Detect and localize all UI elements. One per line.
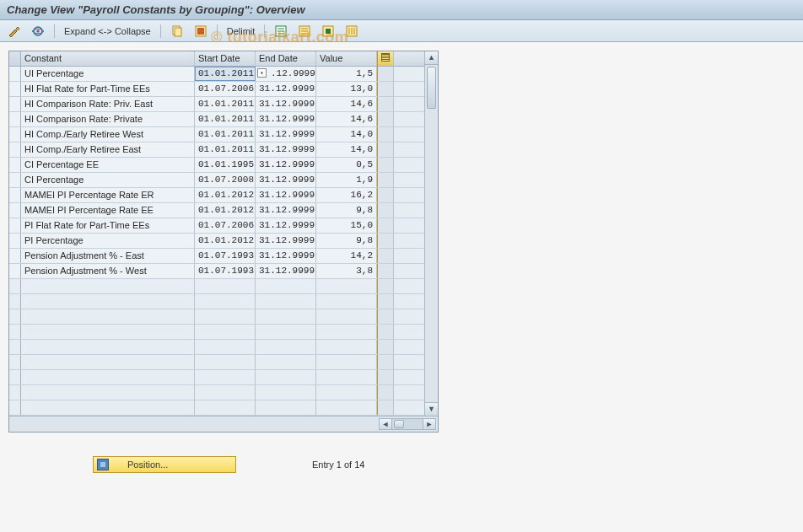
row-selector[interactable] <box>9 264 21 278</box>
hscroll-thumb[interactable] <box>394 420 404 428</box>
horizontal-scrollbar[interactable]: ◄ ► <box>379 418 436 430</box>
row-selector[interactable] <box>9 340 21 354</box>
cell-start-date[interactable]: 01.07.1993 <box>195 264 256 278</box>
cell-end-date[interactable]: 31.12.9999 <box>256 173 316 187</box>
cell-start-date[interactable]: 01.01.2012 <box>195 203 256 218</box>
cell-value[interactable] <box>316 294 377 309</box>
row-selector[interactable] <box>9 249 21 263</box>
cell-value[interactable]: 1,9 <box>316 173 377 187</box>
table-settings-icon[interactable] <box>377 51 394 66</box>
cell-value[interactable]: 9,8 <box>316 234 377 248</box>
row-selector[interactable] <box>9 355 21 369</box>
cell-constant[interactable] <box>21 370 195 384</box>
cell-constant[interactable]: HI Comp./Early Retiree West <box>21 127 195 142</box>
table-row[interactable] <box>9 325 424 340</box>
cell-constant[interactable]: MAMEI PI Percentage Rate EE <box>21 203 195 218</box>
f4-help-icon[interactable]: ▾ <box>257 68 267 78</box>
scroll-track[interactable] <box>425 65 438 402</box>
cell-value[interactable]: 15,0 <box>316 218 377 233</box>
cell-end-date[interactable]: 31.12.9999 <box>256 82 316 96</box>
cell-constant[interactable] <box>21 355 195 369</box>
cell-end-date[interactable]: 31.12.9999 <box>256 142 316 157</box>
cell-start-date[interactable]: 01.01.1995 <box>195 158 256 172</box>
table-row[interactable]: CI Percentage01.07.200831.12.99991,9 <box>9 173 424 188</box>
row-selector[interactable] <box>9 294 21 309</box>
row-selector[interactable] <box>9 309 21 324</box>
cell-start-date[interactable] <box>195 385 256 400</box>
cell-constant[interactable]: HI Comparison Rate: Private <box>21 112 195 126</box>
cell-constant[interactable] <box>21 400 195 415</box>
cell-value[interactable] <box>316 325 377 339</box>
cell-constant[interactable] <box>21 325 195 339</box>
row-selector[interactable] <box>9 142 21 157</box>
cell-value[interactable] <box>316 279 377 293</box>
cell-end-date[interactable] <box>256 355 316 369</box>
table-row[interactable]: UI Percentage01.01.2011▾.12.99991,5 <box>9 67 424 82</box>
row-selector[interactable] <box>9 112 21 126</box>
row-selector[interactable] <box>9 67 21 81</box>
table-row[interactable] <box>9 279 424 294</box>
cell-start-date[interactable]: 01.07.2008 <box>195 173 256 187</box>
cell-start-date[interactable]: 01.01.2011 <box>195 97 256 111</box>
row-selector[interactable] <box>9 173 21 187</box>
cell-value[interactable]: 13,0 <box>316 82 377 96</box>
column-header-constant[interactable]: Constant <box>21 51 195 66</box>
other-view-icon[interactable] <box>29 24 47 39</box>
cell-start-date[interactable]: 01.01.2011 <box>195 112 256 126</box>
select-all-icon[interactable] <box>191 24 210 39</box>
cell-start-date[interactable]: 01.01.2011 <box>195 127 256 142</box>
cell-end-date[interactable] <box>256 340 316 354</box>
deselect-all-icon[interactable] <box>319 24 337 39</box>
cell-constant[interactable]: CI Percentage <box>21 173 195 187</box>
cell-value[interactable] <box>316 355 377 369</box>
row-selector[interactable] <box>9 234 21 248</box>
row-selector[interactable] <box>9 82 21 96</box>
cell-start-date[interactable] <box>195 309 256 324</box>
table-row[interactable]: HI Comp./Early Retiree West01.01.201131.… <box>9 127 424 142</box>
delimit-button[interactable]: Delimit <box>224 25 258 37</box>
row-selector[interactable] <box>9 218 21 233</box>
cell-start-date[interactable] <box>195 294 256 309</box>
cell-end-date[interactable]: 31.12.9999 <box>256 218 316 233</box>
table-row[interactable] <box>9 355 424 370</box>
cell-start-date[interactable]: 01.07.1993 <box>195 249 256 263</box>
scroll-right-icon[interactable]: ► <box>423 418 436 430</box>
row-selector[interactable] <box>9 188 21 202</box>
cell-constant[interactable]: PI Flat Rate for Part-Time EEs <box>21 218 195 233</box>
cell-end-date[interactable]: ▾.12.9999 <box>256 67 316 81</box>
hscroll-track[interactable] <box>392 418 423 430</box>
cell-end-date[interactable]: 31.12.9999 <box>256 188 316 202</box>
cell-value[interactable]: 14,6 <box>316 112 377 126</box>
cell-value[interactable] <box>316 340 377 354</box>
cell-constant[interactable]: PI Percentage <box>21 234 195 248</box>
cell-start-date[interactable]: 01.07.2006 <box>195 218 256 233</box>
cell-constant[interactable] <box>21 279 195 293</box>
cell-value[interactable]: 0,5 <box>316 158 377 172</box>
table-row[interactable]: MAMEI PI Percentage Rate ER01.01.201231.… <box>9 188 424 203</box>
cell-end-date[interactable]: 31.12.9999 <box>256 249 316 263</box>
cell-value[interactable]: 14,0 <box>316 127 377 142</box>
scroll-left-icon[interactable]: ◄ <box>379 418 392 430</box>
cell-value[interactable]: 1,5 <box>316 67 377 81</box>
cell-end-date[interactable]: 31.12.9999 <box>256 97 316 111</box>
table-row[interactable]: PI Flat Rate for Part-Time EEs01.07.2006… <box>9 218 424 234</box>
cell-start-date[interactable] <box>195 355 256 369</box>
cell-start-date[interactable]: 01.01.2011 <box>195 67 256 81</box>
cell-start-date[interactable] <box>195 400 256 415</box>
cell-constant[interactable]: CI Percentage EE <box>21 158 195 172</box>
table-row[interactable] <box>9 400 424 416</box>
cell-end-date[interactable] <box>256 309 316 324</box>
cell-value[interactable]: 14,0 <box>316 142 377 157</box>
vertical-scrollbar[interactable]: ▲ ▼ <box>424 51 438 416</box>
cell-constant[interactable]: Pension Adjustment % - West <box>21 264 195 278</box>
table-row[interactable] <box>9 385 424 400</box>
cell-value[interactable]: 14,2 <box>316 249 377 263</box>
row-selector[interactable] <box>9 127 21 142</box>
toggle-display-icon[interactable] <box>5 24 24 39</box>
cell-value[interactable]: 14,6 <box>316 97 377 111</box>
scroll-down-icon[interactable]: ▼ <box>425 402 438 416</box>
table-row[interactable] <box>9 370 424 385</box>
column-header-start-date[interactable]: Start Date <box>195 51 256 66</box>
cell-end-date[interactable] <box>256 279 316 293</box>
cell-value[interactable]: 3,8 <box>316 264 377 278</box>
